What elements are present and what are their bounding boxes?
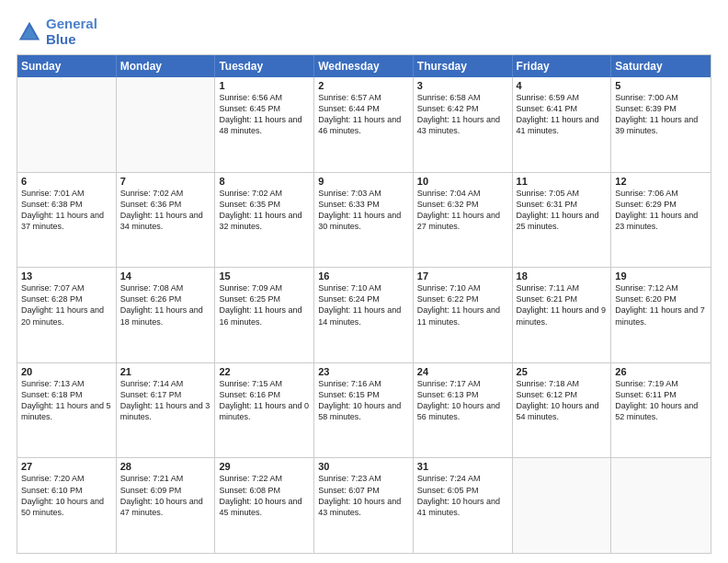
- cell-details: Sunrise: 7:13 AM Sunset: 6:18 PM Dayligh…: [21, 378, 112, 423]
- cell-details: Sunrise: 7:17 AM Sunset: 6:13 PM Dayligh…: [417, 378, 508, 423]
- calendar-cell: 2Sunrise: 6:57 AM Sunset: 6:44 PM Daylig…: [314, 77, 414, 172]
- day-number: 27: [21, 461, 112, 472]
- calendar-header-wednesday: Wednesday: [314, 55, 414, 77]
- calendar-cell: [17, 77, 117, 172]
- day-number: 31: [417, 461, 508, 472]
- calendar-cell: 16Sunrise: 7:10 AM Sunset: 6:24 PM Dayli…: [314, 268, 414, 362]
- calendar-cell: 20Sunrise: 7:13 AM Sunset: 6:18 PM Dayli…: [17, 363, 117, 458]
- cell-details: Sunrise: 7:06 AM Sunset: 6:29 PM Dayligh…: [615, 188, 707, 233]
- cell-details: Sunrise: 7:03 AM Sunset: 6:33 PM Dayligh…: [318, 188, 409, 233]
- day-number: 8: [219, 176, 310, 187]
- logo-icon: [17, 19, 42, 45]
- day-number: 6: [21, 176, 112, 187]
- calendar-cell: 29Sunrise: 7:22 AM Sunset: 6:08 PM Dayli…: [215, 458, 314, 553]
- cell-details: Sunrise: 7:21 AM Sunset: 6:09 PM Dayligh…: [120, 473, 211, 518]
- cell-details: Sunrise: 7:12 AM Sunset: 6:20 PM Dayligh…: [615, 282, 707, 327]
- cell-details: Sunrise: 7:04 AM Sunset: 6:32 PM Dayligh…: [417, 188, 508, 233]
- day-number: 15: [219, 270, 310, 282]
- cell-details: Sunrise: 7:10 AM Sunset: 6:22 PM Dayligh…: [417, 282, 508, 327]
- calendar-cell: 14Sunrise: 7:08 AM Sunset: 6:26 PM Dayli…: [117, 268, 216, 362]
- calendar-cell: 26Sunrise: 7:19 AM Sunset: 6:11 PM Dayli…: [611, 363, 711, 458]
- cell-details: Sunrise: 7:24 AM Sunset: 6:05 PM Dayligh…: [417, 473, 508, 518]
- day-number: 10: [417, 176, 508, 187]
- calendar-cell: 17Sunrise: 7:10 AM Sunset: 6:22 PM Dayli…: [414, 268, 513, 362]
- calendar-cell: 1Sunrise: 6:56 AM Sunset: 6:45 PM Daylig…: [215, 77, 314, 172]
- day-number: 29: [219, 461, 310, 472]
- cell-details: Sunrise: 7:08 AM Sunset: 6:26 PM Dayligh…: [120, 282, 211, 327]
- cell-details: Sunrise: 7:19 AM Sunset: 6:11 PM Dayligh…: [615, 378, 707, 423]
- day-number: 5: [615, 80, 707, 91]
- day-number: 23: [318, 366, 409, 377]
- calendar-cell: 9Sunrise: 7:03 AM Sunset: 6:33 PM Daylig…: [314, 173, 414, 268]
- day-number: 3: [417, 80, 508, 91]
- day-number: 19: [615, 270, 707, 282]
- cell-details: Sunrise: 6:58 AM Sunset: 6:42 PM Dayligh…: [417, 92, 508, 137]
- calendar-header-saturday: Saturday: [611, 55, 711, 77]
- cell-details: Sunrise: 6:56 AM Sunset: 6:45 PM Dayligh…: [219, 92, 310, 137]
- cell-details: Sunrise: 7:09 AM Sunset: 6:25 PM Dayligh…: [219, 282, 310, 327]
- cell-details: Sunrise: 7:05 AM Sunset: 6:31 PM Dayligh…: [517, 188, 608, 233]
- day-number: 24: [417, 366, 508, 377]
- cell-details: Sunrise: 7:10 AM Sunset: 6:24 PM Dayligh…: [318, 282, 409, 327]
- day-number: 14: [120, 270, 211, 282]
- cell-details: Sunrise: 7:14 AM Sunset: 6:17 PM Dayligh…: [120, 378, 211, 423]
- calendar-cell: 19Sunrise: 7:12 AM Sunset: 6:20 PM Dayli…: [611, 268, 711, 362]
- day-number: 25: [517, 366, 608, 377]
- page: General Blue SundayMondayTuesdayWednesda…: [0, 0, 728, 563]
- calendar-cell: [611, 458, 711, 553]
- calendar-cell: 18Sunrise: 7:11 AM Sunset: 6:21 PM Dayli…: [513, 268, 612, 362]
- day-number: 17: [417, 270, 508, 282]
- day-number: 12: [615, 176, 707, 187]
- cell-details: Sunrise: 7:02 AM Sunset: 6:36 PM Dayligh…: [120, 188, 211, 233]
- calendar-cell: 25Sunrise: 7:18 AM Sunset: 6:12 PM Dayli…: [513, 363, 612, 458]
- cell-details: Sunrise: 6:59 AM Sunset: 6:41 PM Dayligh…: [517, 92, 608, 137]
- calendar-row-4: 27Sunrise: 7:20 AM Sunset: 6:10 PM Dayli…: [17, 457, 711, 553]
- calendar-header-thursday: Thursday: [414, 55, 513, 77]
- calendar-cell: 5Sunrise: 7:00 AM Sunset: 6:39 PM Daylig…: [611, 77, 711, 172]
- cell-details: Sunrise: 7:16 AM Sunset: 6:15 PM Dayligh…: [318, 378, 409, 423]
- calendar-cell: 30Sunrise: 7:23 AM Sunset: 6:07 PM Dayli…: [314, 458, 414, 553]
- header: General Blue: [17, 17, 711, 47]
- calendar-cell: 22Sunrise: 7:15 AM Sunset: 6:16 PM Dayli…: [215, 363, 314, 458]
- cell-details: Sunrise: 7:00 AM Sunset: 6:39 PM Dayligh…: [615, 92, 707, 137]
- calendar-row-0: 1Sunrise: 6:56 AM Sunset: 6:45 PM Daylig…: [17, 77, 711, 172]
- calendar-cell: 7Sunrise: 7:02 AM Sunset: 6:36 PM Daylig…: [117, 173, 216, 268]
- cell-details: Sunrise: 7:22 AM Sunset: 6:08 PM Dayligh…: [219, 473, 310, 518]
- calendar-row-3: 20Sunrise: 7:13 AM Sunset: 6:18 PM Dayli…: [17, 362, 711, 458]
- calendar-cell: 4Sunrise: 6:59 AM Sunset: 6:41 PM Daylig…: [513, 77, 612, 172]
- day-number: 22: [219, 366, 310, 377]
- day-number: 18: [517, 270, 608, 282]
- calendar-header-tuesday: Tuesday: [215, 55, 314, 77]
- cell-details: Sunrise: 7:15 AM Sunset: 6:16 PM Dayligh…: [219, 378, 310, 423]
- calendar-cell: 24Sunrise: 7:17 AM Sunset: 6:13 PM Dayli…: [414, 363, 513, 458]
- calendar-cell: 6Sunrise: 7:01 AM Sunset: 6:38 PM Daylig…: [17, 173, 117, 268]
- calendar-cell: 12Sunrise: 7:06 AM Sunset: 6:29 PM Dayli…: [611, 173, 711, 268]
- day-number: 7: [120, 176, 211, 187]
- cell-details: Sunrise: 7:11 AM Sunset: 6:21 PM Dayligh…: [517, 282, 608, 327]
- day-number: 13: [21, 270, 112, 282]
- cell-details: Sunrise: 7:23 AM Sunset: 6:07 PM Dayligh…: [318, 473, 409, 518]
- calendar-cell: [117, 77, 216, 172]
- calendar-header-friday: Friday: [513, 55, 612, 77]
- calendar-row-1: 6Sunrise: 7:01 AM Sunset: 6:38 PM Daylig…: [17, 172, 711, 268]
- cell-details: Sunrise: 7:01 AM Sunset: 6:38 PM Dayligh…: [21, 188, 112, 233]
- calendar-cell: 28Sunrise: 7:21 AM Sunset: 6:09 PM Dayli…: [117, 458, 216, 553]
- cell-details: Sunrise: 6:57 AM Sunset: 6:44 PM Dayligh…: [318, 92, 409, 137]
- day-number: 4: [517, 80, 608, 91]
- day-number: 21: [120, 366, 211, 377]
- calendar-cell: 21Sunrise: 7:14 AM Sunset: 6:17 PM Dayli…: [117, 363, 216, 458]
- day-number: 9: [318, 176, 409, 187]
- calendar-cell: 11Sunrise: 7:05 AM Sunset: 6:31 PM Dayli…: [513, 173, 612, 268]
- logo: General Blue: [17, 17, 97, 47]
- calendar-cell: 13Sunrise: 7:07 AM Sunset: 6:28 PM Dayli…: [17, 268, 117, 362]
- day-number: 28: [120, 461, 211, 472]
- logo-text: General Blue: [46, 17, 97, 47]
- day-number: 2: [318, 80, 409, 91]
- calendar-body: 1Sunrise: 6:56 AM Sunset: 6:45 PM Daylig…: [17, 77, 711, 553]
- cell-details: Sunrise: 7:20 AM Sunset: 6:10 PM Dayligh…: [21, 473, 112, 518]
- day-number: 30: [318, 461, 409, 472]
- day-number: 11: [517, 176, 608, 187]
- calendar-cell: 27Sunrise: 7:20 AM Sunset: 6:10 PM Dayli…: [17, 458, 117, 553]
- calendar-row-2: 13Sunrise: 7:07 AM Sunset: 6:28 PM Dayli…: [17, 267, 711, 362]
- day-number: 26: [615, 366, 707, 377]
